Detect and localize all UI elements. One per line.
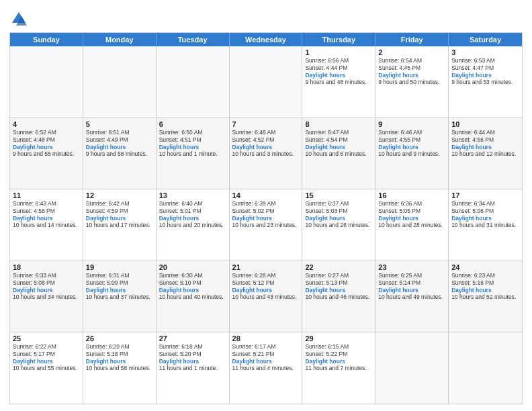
day-number: 28 bbox=[232, 334, 300, 342]
daylight-label: Daylight hours bbox=[159, 358, 200, 365]
daylight-value: 11 hours and 1 minute. bbox=[159, 365, 226, 372]
calendar-cell: 13Sunrise: 6:40 AMSunset: 5:01 PMDayligh… bbox=[157, 189, 230, 261]
cell-sunset-info: Sunset: 5:16 PM bbox=[451, 279, 519, 287]
cell-sun-info: Sunrise: 6:48 AM bbox=[232, 129, 300, 136]
daylight-value: 10 hours and 12 minutes. bbox=[451, 150, 519, 158]
day-number: 2 bbox=[378, 48, 445, 56]
cell-sunset-info: Sunset: 5:18 PM bbox=[86, 351, 153, 358]
calendar-cell: 7Sunrise: 6:48 AMSunset: 4:52 PMDaylight… bbox=[230, 118, 303, 189]
daylight-value: 10 hours and 49 minutes. bbox=[378, 293, 445, 301]
daylight-value: 10 hours and 43 minutes. bbox=[232, 293, 300, 301]
cell-sunset-info: Sunset: 5:21 PM bbox=[232, 351, 300, 358]
daylight-value: 10 hours and 23 minutes. bbox=[232, 222, 300, 229]
calendar-cell: 5Sunrise: 6:51 AMSunset: 4:49 PMDaylight… bbox=[83, 118, 157, 189]
day-number: 8 bbox=[305, 120, 372, 128]
cell-sun-info: Sunrise: 6:44 AM bbox=[451, 129, 519, 136]
calendar-cell: 1Sunrise: 6:56 AMSunset: 4:44 PMDaylight… bbox=[302, 46, 375, 118]
calendar-cell: 18Sunrise: 6:33 AMSunset: 5:08 PMDayligh… bbox=[10, 261, 83, 332]
day-number: 12 bbox=[86, 191, 153, 199]
daylight-value: 10 hours and 37 minutes. bbox=[86, 293, 153, 301]
daylight-label: Daylight hours bbox=[451, 72, 492, 79]
daylight-value: 10 hours and 28 minutes. bbox=[378, 222, 445, 229]
calendar-cell: 10Sunrise: 6:44 AMSunset: 4:56 PMDayligh… bbox=[449, 118, 522, 189]
calendar-cell: 23Sunrise: 6:25 AMSunset: 5:14 PMDayligh… bbox=[375, 261, 449, 332]
daylight-label: Daylight hours bbox=[305, 287, 345, 293]
cell-sun-info: Sunrise: 6:28 AM bbox=[232, 272, 300, 279]
cell-sun-info: Sunrise: 6:50 AM bbox=[159, 129, 226, 136]
cell-sunset-info: Sunset: 5:08 PM bbox=[13, 279, 80, 287]
cell-sun-info: Sunrise: 6:18 AM bbox=[159, 343, 226, 351]
calendar-body: 1Sunrise: 6:56 AMSunset: 4:44 PMDaylight… bbox=[10, 46, 522, 404]
calendar-cell: 24Sunrise: 6:23 AMSunset: 5:16 PMDayligh… bbox=[449, 261, 522, 332]
cell-sunset-info: Sunset: 5:05 PM bbox=[378, 208, 445, 215]
weekday-header-wednesday: Wednesday bbox=[230, 33, 303, 46]
daylight-label: Daylight hours bbox=[378, 144, 418, 150]
day-number: 21 bbox=[232, 263, 300, 271]
day-number: 20 bbox=[159, 263, 226, 271]
cell-sun-info: Sunrise: 6:23 AM bbox=[451, 272, 519, 279]
daylight-label: Daylight hours bbox=[232, 144, 273, 150]
daylight-value: 9 hours and 55 minutes. bbox=[13, 150, 80, 158]
cell-sun-info: Sunrise: 6:56 AM bbox=[305, 57, 372, 64]
calendar-cell: 3Sunrise: 6:53 AMSunset: 4:47 PMDaylight… bbox=[449, 46, 522, 118]
daylight-value: 10 hours and 58 minutes. bbox=[86, 365, 153, 372]
cell-sunset-info: Sunset: 4:47 PM bbox=[451, 64, 519, 72]
day-number: 24 bbox=[451, 263, 519, 271]
calendar-cell: 27Sunrise: 6:18 AMSunset: 5:20 PMDayligh… bbox=[157, 332, 230, 404]
calendar-cell: 8Sunrise: 6:47 AMSunset: 4:54 PMDaylight… bbox=[302, 118, 375, 189]
calendar-cell: 6Sunrise: 6:50 AMSunset: 4:51 PMDaylight… bbox=[157, 118, 230, 189]
daylight-value: 10 hours and 6 minutes. bbox=[305, 150, 372, 158]
daylight-value: 9 hours and 48 minutes. bbox=[305, 79, 372, 86]
cell-sunset-info: Sunset: 5:13 PM bbox=[305, 279, 372, 287]
calendar-row-4: 25Sunrise: 6:22 AMSunset: 5:17 PMDayligh… bbox=[10, 332, 522, 404]
day-number: 5 bbox=[86, 120, 153, 128]
weekday-header-monday: Monday bbox=[83, 33, 157, 46]
day-number: 22 bbox=[305, 263, 372, 271]
calendar-cell: 2Sunrise: 6:54 AMSunset: 4:45 PMDaylight… bbox=[375, 46, 449, 118]
daylight-label: Daylight hours bbox=[159, 215, 200, 222]
calendar-row-2: 11Sunrise: 6:43 AMSunset: 4:58 PMDayligh… bbox=[10, 189, 522, 261]
cell-sun-info: Sunrise: 6:30 AM bbox=[159, 272, 226, 279]
cell-sun-info: Sunrise: 6:46 AM bbox=[378, 129, 445, 136]
daylight-label: Daylight hours bbox=[86, 215, 126, 222]
daylight-value: 9 hours and 58 minutes. bbox=[86, 150, 153, 158]
daylight-label: Daylight hours bbox=[451, 144, 492, 150]
daylight-value: 10 hours and 1 minute. bbox=[159, 150, 226, 158]
cell-sun-info: Sunrise: 6:20 AM bbox=[86, 343, 153, 351]
day-number: 17 bbox=[451, 191, 519, 199]
daylight-label: Daylight hours bbox=[13, 287, 53, 293]
day-number: 3 bbox=[451, 48, 519, 56]
day-number: 27 bbox=[159, 334, 226, 342]
day-number: 29 bbox=[305, 334, 372, 342]
day-number: 19 bbox=[86, 263, 153, 271]
cell-sunset-info: Sunset: 5:09 PM bbox=[86, 279, 153, 287]
cell-sunset-info: Sunset: 4:59 PM bbox=[86, 208, 153, 215]
cell-sun-info: Sunrise: 6:43 AM bbox=[13, 200, 80, 208]
daylight-value: 10 hours and 20 minutes. bbox=[159, 222, 226, 229]
header bbox=[9, 7, 523, 28]
day-number: 13 bbox=[159, 191, 226, 199]
calendar-cell bbox=[375, 332, 449, 404]
daylight-label: Daylight hours bbox=[305, 72, 345, 79]
day-number: 1 bbox=[305, 48, 372, 56]
day-number: 14 bbox=[232, 191, 300, 199]
weekday-header-friday: Friday bbox=[375, 33, 449, 46]
cell-sunset-info: Sunset: 4:48 PM bbox=[13, 136, 80, 144]
weekday-header-thursday: Thursday bbox=[302, 33, 375, 46]
cell-sun-info: Sunrise: 6:51 AM bbox=[86, 129, 153, 136]
calendar-cell bbox=[157, 46, 230, 118]
calendar-cell bbox=[230, 46, 303, 118]
daylight-value: 10 hours and 26 minutes. bbox=[305, 222, 372, 229]
daylight-label: Daylight hours bbox=[378, 72, 418, 79]
cell-sunset-info: Sunset: 5:02 PM bbox=[232, 208, 300, 215]
calendar-cell: 16Sunrise: 6:36 AMSunset: 5:05 PMDayligh… bbox=[375, 189, 449, 261]
calendar-cell: 20Sunrise: 6:30 AMSunset: 5:10 PMDayligh… bbox=[157, 261, 230, 332]
daylight-label: Daylight hours bbox=[232, 215, 273, 222]
daylight-label: Daylight hours bbox=[378, 215, 418, 222]
daylight-label: Daylight hours bbox=[86, 358, 126, 365]
daylight-label: Daylight hours bbox=[378, 287, 418, 293]
daylight-value: 10 hours and 14 minutes. bbox=[13, 222, 80, 229]
cell-sun-info: Sunrise: 6:52 AM bbox=[13, 129, 80, 136]
daylight-label: Daylight hours bbox=[451, 215, 492, 222]
cell-sunset-info: Sunset: 4:55 PM bbox=[378, 136, 445, 144]
